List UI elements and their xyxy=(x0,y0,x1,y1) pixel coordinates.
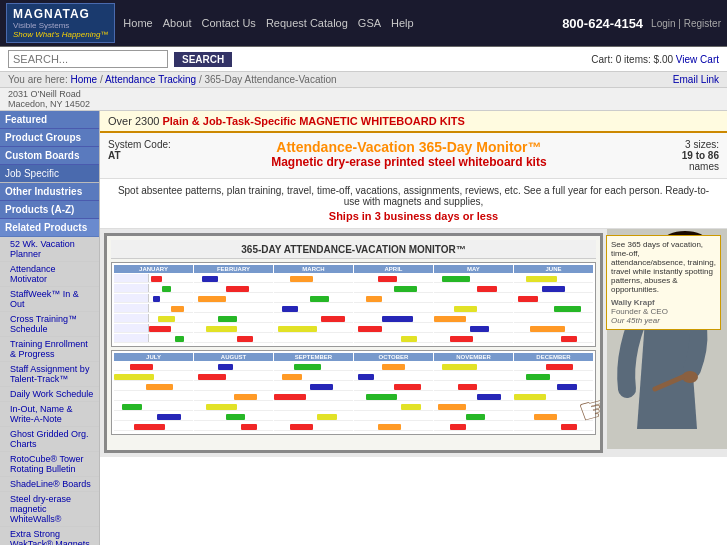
search-input[interactable] xyxy=(8,50,168,68)
row-bars xyxy=(149,324,193,332)
sidebar-sub-staff-assignment[interactable]: Staff Assignment by Talent-Track™ xyxy=(0,362,99,387)
month-col-aug: AUGUST xyxy=(194,353,273,432)
nav-catalog[interactable]: Request Catalog xyxy=(266,17,348,29)
wb-top-half: JANUARY xyxy=(111,262,596,347)
address-line2: Macedon, NY 14502 xyxy=(8,99,90,109)
nav-about[interactable]: About xyxy=(163,17,192,29)
table-row xyxy=(114,274,193,283)
promo-box: See 365 days of vacation, time-off, atte… xyxy=(606,235,721,330)
row-bars xyxy=(149,334,193,342)
breadcrumb-attendance[interactable]: Attendance Tracking xyxy=(105,74,196,85)
sidebar-sub-cross-training[interactable]: Cross Training™ Schedule xyxy=(0,312,99,337)
ships-info: Ships in 3 business days or less xyxy=(110,210,717,222)
system-code-label: System Code: xyxy=(108,139,171,150)
promo-founder: Wally Krapf xyxy=(611,298,655,307)
whiteboard-image: 365-DAY ATTENDANCE-VACATION MONITOR™ JAN… xyxy=(104,233,603,453)
sidebar-item-other-industries[interactable]: Other Industries xyxy=(0,183,99,201)
sidebar-sub-ghost-gridded[interactable]: Ghost Gridded Org. Charts xyxy=(0,427,99,452)
month-header-aug: AUGUST xyxy=(194,353,273,361)
sidebar-menu: Featured Product Groups Custom Boards Jo… xyxy=(0,111,99,545)
month-cols-bottom: JULY AUGUST xyxy=(114,353,593,432)
nav-help[interactable]: Help xyxy=(391,17,414,29)
search-button[interactable]: SEARCH xyxy=(174,52,232,67)
banner-highlight: Plain & Job-Task-Specific MAGNETIC WHITE… xyxy=(162,115,464,127)
breadcrumb-label: You are here: xyxy=(8,74,68,85)
cart-items: 0 items: $.00 xyxy=(616,54,673,65)
row-label xyxy=(114,314,149,322)
breadcrumb: You are here: Home / Attendance Tracking… xyxy=(0,72,727,88)
logo-tagline: Show What's Happening™ xyxy=(13,30,108,39)
address-line1: 2031 O'Neill Road xyxy=(8,89,81,99)
nav-gsa[interactable]: GSA xyxy=(358,17,381,29)
month-col-mar: MARCH xyxy=(274,265,353,344)
month-header-mar: MARCH xyxy=(274,265,353,273)
breadcrumb-links: You are here: Home / Attendance Tracking… xyxy=(8,74,337,85)
month-cols-top: JANUARY xyxy=(114,265,593,344)
sizes-range: 19 to 86 xyxy=(682,150,719,161)
logo[interactable]: MAGNATAG Visible Systems Show What's Hap… xyxy=(6,3,115,43)
sidebar-item-job-specific[interactable]: Job Specific xyxy=(0,165,99,183)
banner: Over 2300 Plain & Job-Task-Specific MAGN… xyxy=(100,111,727,133)
row-bars xyxy=(149,294,193,302)
sidebar-item-custom-boards[interactable]: Custom Boards xyxy=(0,147,99,165)
row-label xyxy=(114,284,149,292)
sidebar-item-featured[interactable]: Featured xyxy=(0,111,99,129)
table-row xyxy=(114,324,193,333)
sidebar-sub-staffweek[interactable]: StaffWeek™ In & Out xyxy=(0,287,99,312)
cart-label: Cart: xyxy=(591,54,613,65)
sidebar-sub-daily-work[interactable]: Daily Work Schedule xyxy=(0,387,99,402)
promo-founder-title: Founder & CEO xyxy=(611,307,668,316)
system-code-value: AT xyxy=(108,150,121,161)
product-subtitle: Magnetic dry-erase printed steel whitebo… xyxy=(179,155,639,169)
sizes-unit: names xyxy=(689,161,719,172)
table-row xyxy=(114,294,193,303)
login-link[interactable]: Login xyxy=(651,18,675,29)
breadcrumb-home[interactable]: Home xyxy=(70,74,97,85)
register-link[interactable]: Register xyxy=(684,18,721,29)
month-col-sep: SEPTEMBER xyxy=(274,353,353,432)
address: 2031 O'Neill Road Macedon, NY 14502 xyxy=(0,88,727,111)
sidebar-sub-52wk[interactable]: 52 Wk. Vacation Planner xyxy=(0,237,99,262)
sidebar-sub-rotocube[interactable]: RotoCube® Tower Rotating Bulletin xyxy=(0,452,99,477)
month-header-nov: NOVEMBER xyxy=(434,353,513,361)
month-col-nov: NOVEMBER xyxy=(434,353,513,432)
month-header-sep: SEPTEMBER xyxy=(274,353,353,361)
sizes-label: 3 sizes: xyxy=(685,139,719,150)
content-area: Over 2300 Plain & Job-Task-Specific MAGN… xyxy=(100,111,727,545)
promo-text: See 365 days of vacation, time-off, atte… xyxy=(611,240,716,294)
view-cart-link[interactable]: View Cart xyxy=(676,54,719,65)
month-header-feb: FEBRUARY xyxy=(194,265,273,273)
month-col-may: MAY xyxy=(434,265,513,344)
row-label xyxy=(114,274,149,282)
row-label xyxy=(114,324,149,332)
sidebar-sub-shadeline[interactable]: ShadeLine® Boards xyxy=(0,477,99,492)
row-label xyxy=(114,334,149,342)
sidebar-item-product-groups[interactable]: Product Groups xyxy=(0,129,99,147)
sidebar-sub-attendance-motivator[interactable]: Attendance Motivator xyxy=(0,262,99,287)
month-col-apr: APRIL xyxy=(354,265,433,344)
product-name: Attendance-Vacation 365-Day Monitor™ xyxy=(179,139,639,155)
month-header-jun: JUNE xyxy=(514,265,593,273)
sidebar-sub-waktack[interactable]: Extra Strong WakTack® Magnets xyxy=(0,527,99,545)
table-row xyxy=(114,284,193,293)
sidebar-sub-training-enrollment[interactable]: Training Enrollment & Progress xyxy=(0,337,99,362)
month-col-feb: FEBRUARY xyxy=(194,265,273,344)
nav-home[interactable]: Home xyxy=(123,17,152,29)
email-link[interactable]: Email Link xyxy=(673,74,719,85)
sidebar-sub-steel-dryerase[interactable]: Steel dry-erase magnetic WhiteWalls® xyxy=(0,492,99,527)
phone-number: 800-624-4154 xyxy=(562,16,643,31)
sidebar-related-products: Related Products xyxy=(0,219,99,237)
sidebar-sub-in-out[interactable]: In-Out, Name & Write-A-Note xyxy=(0,402,99,427)
sidebar-item-products-az[interactable]: Products (A-Z) xyxy=(0,201,99,219)
whiteboard-area: See 365 days of vacation, time-off, atte… xyxy=(100,229,727,457)
row-bars xyxy=(149,284,193,292)
row-label xyxy=(114,294,149,302)
sidebar: Featured Product Groups Custom Boards Jo… xyxy=(0,111,100,545)
row-bars xyxy=(149,304,193,312)
logo-sub: Visible Systems xyxy=(13,21,108,30)
whiteboard-title: 365-DAY ATTENDANCE-VACATION MONITOR™ xyxy=(111,240,596,259)
month-col-jul: JULY xyxy=(114,353,193,432)
month-header-apr: APRIL xyxy=(354,265,433,273)
month-header-oct: OCTOBER xyxy=(354,353,433,361)
nav-contact[interactable]: Contact Us xyxy=(201,17,255,29)
